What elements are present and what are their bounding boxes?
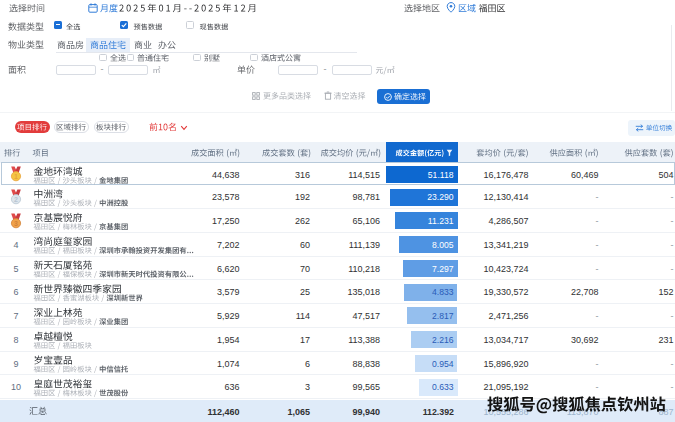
svg-text:2: 2 [14,196,18,203]
svg-text:3: 3 [14,220,18,227]
